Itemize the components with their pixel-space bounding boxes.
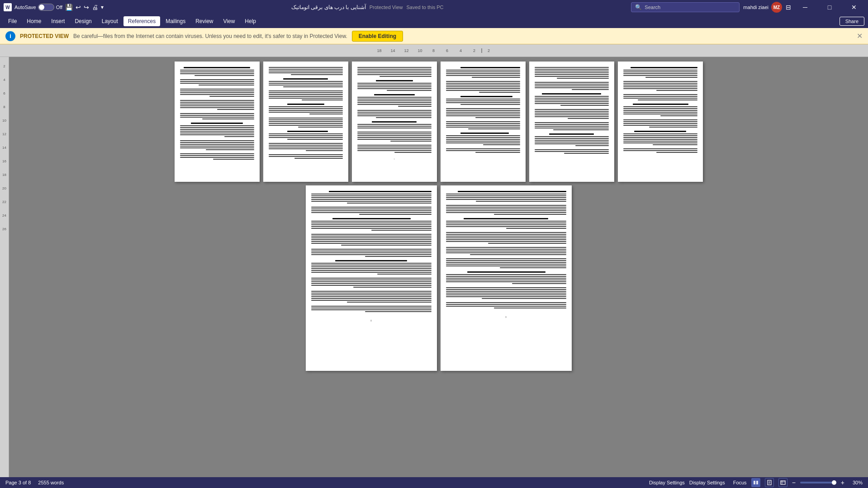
word-count: 2555 words (38, 480, 64, 485)
ruler-num: 4 (454, 48, 468, 53)
svg-rect-0 (754, 481, 755, 484)
ruler-num: 14 (386, 48, 400, 53)
minimize-button[interactable]: ─ (795, 0, 816, 14)
banner-close-icon[interactable]: ✕ (857, 32, 863, 40)
share-button[interactable]: Share (840, 17, 864, 26)
page-info: Page 3 of 8 (5, 480, 31, 485)
ruler-num: 6 (441, 48, 454, 53)
menu-review[interactable]: Review (191, 16, 218, 26)
left-ruler-num: 22 (0, 195, 9, 208)
left-ruler-num: 18 (0, 168, 9, 181)
read-mode-icon (753, 480, 759, 485)
web-layout-button[interactable] (778, 478, 787, 487)
ruler-num: 10 (413, 48, 427, 53)
zoom-out-button[interactable]: − (792, 479, 796, 486)
word-icon: W (4, 3, 12, 11)
page-1-content (175, 62, 260, 182)
ruler-area: 18 14 12 10 8 6 4 2 2 (0, 44, 868, 57)
ruler-num: 18 (373, 48, 386, 53)
doc-title: آشنایی با درب های برقی اتوماتیک (291, 4, 366, 10)
enable-editing-button[interactable]: Enable Editing (352, 31, 403, 42)
maximize-button[interactable]: □ (819, 0, 840, 14)
page-8-content: 9 (441, 185, 572, 371)
status-left: Page 3 of 8 2555 words (5, 480, 64, 485)
zoom-slider[interactable] (800, 482, 836, 483)
protected-banner: i PROTECTED VIEW Be careful—files from t… (0, 28, 868, 44)
pages-row-1: 1 (175, 62, 703, 182)
left-ruler-num: 16 (0, 154, 9, 168)
page-7-content: 8 (306, 185, 437, 371)
left-ruler-num: 26 (0, 222, 9, 236)
menu-layout[interactable]: Layout (97, 16, 123, 26)
menu-design[interactable]: Design (70, 16, 96, 26)
left-ruler-num: 12 (0, 127, 9, 141)
focus-label[interactable]: Focus (733, 480, 747, 485)
left-ruler-num: 2 (0, 59, 9, 73)
print-layout-button[interactable] (765, 478, 774, 487)
left-ruler-num: 8 (0, 100, 9, 114)
ribbon-icon[interactable]: ⊟ (786, 4, 791, 11)
page-3-content: 1 (352, 62, 437, 182)
menu-home[interactable]: Home (22, 16, 46, 26)
left-ruler-num: 14 (0, 141, 9, 154)
redo-icon[interactable]: ↪ (84, 4, 89, 11)
menu-references[interactable]: References (123, 16, 160, 26)
save-icon[interactable]: 💾 (65, 4, 73, 11)
menu-mailings[interactable]: Mailings (161, 16, 190, 26)
protected-description: Be careful—files from the Internet can c… (73, 33, 347, 39)
user-avatar[interactable]: MZ (771, 2, 782, 13)
document-page-7: 8 (306, 185, 437, 371)
svg-rect-6 (781, 481, 785, 484)
autosave-toggle[interactable] (38, 4, 54, 11)
user-name: mahdi ziaei (743, 5, 768, 10)
zoom-thumb (832, 480, 836, 485)
document-page-2 (263, 62, 348, 182)
web-layout-icon (780, 480, 786, 485)
search-icon: 🔍 (635, 4, 642, 10)
menu-bar: File Home Insert Design Layout Reference… (0, 14, 868, 28)
pages-container: 1 (9, 57, 868, 477)
menu-view[interactable]: View (219, 16, 240, 26)
menu-insert[interactable]: Insert (47, 16, 69, 26)
zoom-level: 30% (849, 480, 863, 485)
left-ruler-num: 4 (0, 73, 9, 86)
title-bar: W AutoSave Off 💾 ↩ ↪ 🖨 ▾ آشنایی با درب ه… (0, 0, 868, 14)
document-page-5 (529, 62, 614, 182)
search-box[interactable]: 🔍 Search (631, 2, 740, 12)
left-ruler-num: 6 (0, 86, 9, 100)
print-icon[interactable]: 🖨 (92, 4, 98, 11)
ribbon: File Home Insert Design Layout Reference… (0, 14, 868, 28)
ruler-num: 12 (400, 48, 413, 53)
close-button[interactable]: ✕ (844, 0, 864, 14)
search-placeholder: Search (645, 5, 660, 10)
title-bar-left: W AutoSave Off 💾 ↩ ↪ 🖨 ▾ (4, 3, 104, 11)
autosave-label: AutoSave (14, 5, 36, 10)
print-layout-icon (767, 480, 772, 485)
undo-icon[interactable]: ↩ (76, 4, 81, 11)
pages-row-2: 8 (306, 185, 572, 371)
page-5-content (529, 62, 614, 182)
status-bar: Page 3 of 8 2555 words Display Settings … (0, 477, 868, 488)
protected-view-label: Protected View (370, 5, 403, 10)
left-ruler: 2 4 6 8 10 12 14 16 18 20 22 24 26 (0, 57, 9, 477)
document-page-8: 9 (441, 185, 572, 371)
ruler-num: 2 (482, 48, 496, 53)
read-mode-button[interactable] (751, 478, 760, 487)
document-page-3: 1 (352, 62, 437, 182)
page-2-content (263, 62, 348, 182)
ruler: 18 14 12 10 8 6 4 2 2 (373, 48, 496, 53)
display-settings-link[interactable]: Display Settings (649, 480, 685, 485)
autosave-state: Off (56, 5, 62, 10)
status-right: Display Settings Display Settings Focus … (649, 478, 863, 487)
document-page-4 (441, 62, 526, 182)
page-6-content (618, 62, 703, 182)
display-settings-label[interactable]: Display Settings (689, 480, 725, 485)
zoom-in-button[interactable]: + (841, 479, 844, 486)
menu-file[interactable]: File (4, 16, 21, 26)
ruler-num: 8 (427, 48, 441, 53)
menu-help[interactable]: Help (240, 16, 261, 26)
protected-icon: i (5, 31, 15, 41)
user-info: mahdi ziaei MZ (743, 2, 782, 13)
title-bar-right: 🔍 Search mahdi ziaei MZ ⊟ ─ □ ✕ (631, 0, 864, 14)
document-page-1 (175, 62, 260, 182)
